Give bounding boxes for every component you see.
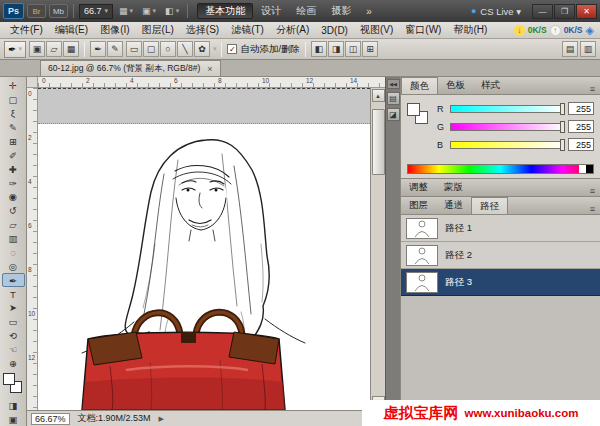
zoom-level-field[interactable]: 66.7 ▾ xyxy=(79,4,113,19)
gradient-tool[interactable]: ▥ xyxy=(2,232,25,246)
rounded-rect-tool-button[interactable]: ▢ xyxy=(143,41,159,57)
slider-thumb[interactable] xyxy=(560,139,565,151)
checkbox-checked-icon[interactable]: ✓ xyxy=(227,44,237,54)
scroll-up-icon[interactable]: ▲ xyxy=(372,89,385,102)
path-item-3-selected[interactable]: 路径 3 xyxy=(401,269,600,296)
tab-masks[interactable]: 蒙版 xyxy=(436,179,471,196)
pen-tool[interactable]: ✒ xyxy=(2,273,25,287)
panel-toggle-button[interactable]: ▥ xyxy=(580,41,596,57)
menu-layer[interactable]: 图层(L) xyxy=(136,22,180,39)
tab-paths[interactable]: 路径 xyxy=(471,197,508,214)
blur-tool[interactable]: ◌ xyxy=(2,246,25,260)
menu-select[interactable]: 选择(S) xyxy=(180,22,225,39)
menu-3d[interactable]: 3D(D) xyxy=(315,22,354,39)
menu-view[interactable]: 视图(V) xyxy=(354,22,399,39)
path-item-2[interactable]: 路径 2 xyxy=(401,242,600,269)
minibridge-button[interactable]: Mb xyxy=(49,4,68,18)
collapsed-panel-button[interactable]: ▤ xyxy=(387,92,400,105)
ruler-origin-corner[interactable] xyxy=(27,77,38,88)
color-swatches-widget[interactable] xyxy=(2,372,25,396)
white-swatch[interactable] xyxy=(579,165,586,173)
marquee-tool[interactable]: ▢ xyxy=(2,93,25,107)
zoom-tool[interactable]: ⊕ xyxy=(2,357,25,371)
workspace-design[interactable]: 设计 xyxy=(254,3,288,19)
menu-file[interactable]: 文件(F) xyxy=(4,22,49,39)
path-item-1[interactable]: 路径 1 xyxy=(401,215,600,242)
bridge-button[interactable]: Br xyxy=(27,4,46,18)
green-value-field[interactable]: 255 xyxy=(568,120,594,133)
view-extras-button[interactable]: ▦ ▾ xyxy=(116,3,136,19)
screen-mode-toggle[interactable]: ▣ xyxy=(2,412,25,426)
history-brush-tool[interactable]: ↺ xyxy=(2,204,25,218)
green-slider[interactable] xyxy=(450,123,564,131)
workspace-painting[interactable]: 绘画 xyxy=(289,3,323,19)
vertical-ruler[interactable]: 0 2 4 6 8 10 12 xyxy=(27,88,38,410)
combine-add-button[interactable]: ◧ xyxy=(311,41,327,57)
menu-window[interactable]: 窗口(W) xyxy=(399,22,447,39)
combine-intersect-button[interactable]: ◫ xyxy=(345,41,361,57)
clone-stamp-tool[interactable]: ◉ xyxy=(2,190,25,204)
dodge-tool[interactable]: ◎ xyxy=(2,259,25,273)
eraser-tool[interactable]: ▱ xyxy=(2,218,25,232)
minimize-button[interactable]: — xyxy=(532,4,553,19)
scrollbar-thumb[interactable] xyxy=(372,109,385,175)
slider-thumb[interactable] xyxy=(560,121,565,133)
panel-menu-icon[interactable]: ≡ xyxy=(585,204,600,214)
quick-mask-button[interactable]: ◨ xyxy=(2,398,25,412)
fill-pixels-button[interactable]: ▦ xyxy=(63,41,79,57)
rectangle-tool-button[interactable]: ▭ xyxy=(126,41,142,57)
paths-mode-button[interactable]: ▱ xyxy=(46,41,62,57)
freeform-pen-button[interactable]: ✎ xyxy=(107,41,123,57)
workspace-photography[interactable]: 摄影 xyxy=(324,3,358,19)
move-tool[interactable]: ✛ xyxy=(2,79,25,93)
tab-color[interactable]: 颜色 xyxy=(401,77,438,94)
foreground-color-swatch[interactable] xyxy=(407,103,420,116)
shape-layers-button[interactable]: ▣ xyxy=(29,41,45,57)
quick-select-tool[interactable]: ✎ xyxy=(2,121,25,135)
rotate-view-tool[interactable]: ⟲ xyxy=(2,329,25,343)
menu-edit[interactable]: 编辑(E) xyxy=(49,22,94,39)
tab-styles[interactable]: 样式 xyxy=(473,77,508,94)
canvas-viewport[interactable] xyxy=(38,88,370,410)
restore-button[interactable]: ❐ xyxy=(554,4,575,19)
type-tool[interactable]: T xyxy=(2,287,25,301)
close-button[interactable]: ✕ xyxy=(576,4,597,19)
red-value-field[interactable]: 255 xyxy=(568,102,594,115)
menu-analysis[interactable]: 分析(A) xyxy=(270,22,315,39)
menu-image[interactable]: 图像(I) xyxy=(94,22,135,39)
status-menu-arrow-icon[interactable]: ▶ xyxy=(159,415,164,423)
red-slider[interactable] xyxy=(450,105,564,113)
menu-help[interactable]: 帮助(H) xyxy=(447,22,493,39)
menu-filter[interactable]: 滤镜(T) xyxy=(225,22,270,39)
expand-panels-button[interactable]: ◀◀ xyxy=(387,79,400,89)
combine-exclude-button[interactable]: ⊞ xyxy=(362,41,378,57)
tool-preset-picker[interactable]: ✒ ▾ xyxy=(4,41,26,58)
brush-tool[interactable]: ✑ xyxy=(2,176,25,190)
panel-menu-icon[interactable]: ≡ xyxy=(585,186,600,196)
collapsed-panel-button[interactable]: ◪ xyxy=(387,108,400,121)
healing-brush-tool[interactable]: ✚ xyxy=(2,162,25,176)
slider-thumb[interactable] xyxy=(560,103,565,115)
pen-tool-button[interactable]: ✒ xyxy=(90,41,106,57)
black-swatch[interactable] xyxy=(586,165,593,173)
shape-tool[interactable]: ▭ xyxy=(2,315,25,329)
tab-adjustments[interactable]: 调整 xyxy=(401,179,436,196)
screen-mode-button[interactable]: ◧ ▾ xyxy=(162,3,182,19)
panel-color-swatches[interactable] xyxy=(407,101,431,159)
line-tool-button[interactable]: ╲ xyxy=(177,41,193,57)
tab-close-icon[interactable]: × xyxy=(207,64,212,74)
cs-live-button[interactable]: ● CS Live ▾ xyxy=(465,3,527,19)
hand-tool[interactable]: ☜ xyxy=(2,343,25,357)
horizontal-ruler[interactable]: 0 2 4 6 8 10 12 14 xyxy=(38,77,385,88)
tab-channels[interactable]: 通道 xyxy=(436,197,471,214)
arrange-documents-button[interactable]: ▣ ▾ xyxy=(139,3,159,19)
auto-add-delete-option[interactable]: ✓ 自动添加/删除 xyxy=(227,43,300,56)
path-select-tool[interactable]: ➤ xyxy=(2,301,25,315)
blue-slider[interactable] xyxy=(450,141,564,149)
eyedropper-tool[interactable]: ✐ xyxy=(2,148,25,162)
document-tab[interactable]: 60-12.jpg @ 66.7% (背景 副本, RGB/8#) × xyxy=(40,60,221,76)
color-spectrum-ramp[interactable] xyxy=(407,164,594,174)
foreground-color-swatch[interactable] xyxy=(3,373,15,385)
lasso-tool[interactable]: ξ xyxy=(2,107,25,121)
crop-tool[interactable]: ⊞ xyxy=(2,135,25,149)
